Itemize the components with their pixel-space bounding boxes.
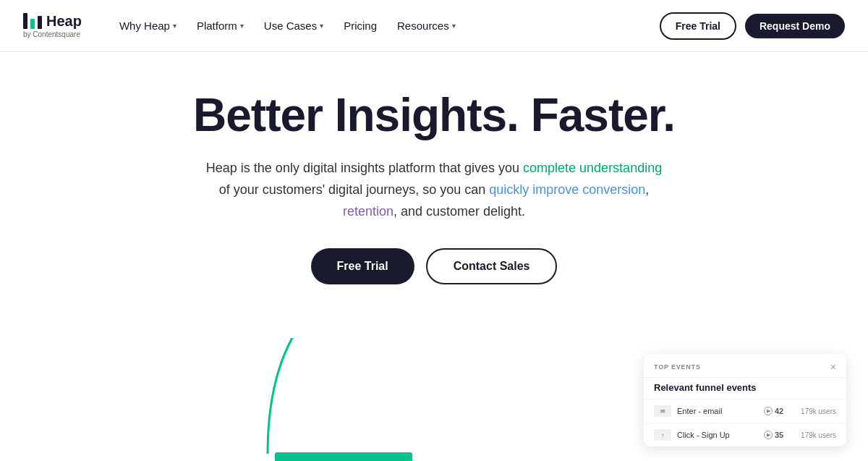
event-count: ▶ 42 — [764, 407, 791, 415]
contact-sales-button[interactable]: Contact Sales — [426, 248, 558, 284]
request-demo-nav-button[interactable]: Request Demo — [745, 14, 845, 38]
nav-item-platform[interactable]: Platform ▾ — [188, 14, 252, 38]
logo[interactable]: Heap by Contentsquare — [23, 13, 82, 38]
chevron-down-icon: ▾ — [173, 22, 176, 30]
nav-links: Why Heap ▾ Platform ▾ Use Cases ▾ Pricin… — [111, 14, 660, 38]
arc-decoration — [253, 338, 470, 461]
navigation: Heap by Contentsquare Why Heap ▾ Platfor… — [0, 0, 868, 52]
table-row: ✉ Enter - email ▶ 42 179k users — [644, 399, 846, 423]
nav-item-why-heap[interactable]: Why Heap ▾ — [111, 14, 185, 38]
click-signup-icon: ↑ — [654, 429, 671, 441]
nav-actions: Free Trial Request Demo — [660, 12, 845, 40]
logo-mark — [23, 13, 42, 29]
chevron-down-icon: ▾ — [240, 22, 244, 30]
card-header-label: TOP EVENTS — [654, 363, 701, 371]
event-count: ▶ 35 — [764, 431, 791, 439]
hero-subtitle: Heap is the only digital insights platfo… — [203, 158, 665, 222]
logo-sub: by Contentsquare — [23, 30, 82, 38]
nav-item-use-cases[interactable]: Use Cases ▾ — [255, 14, 332, 38]
hero-section: Better Insights. Faster. Heap is the onl… — [0, 52, 868, 461]
table-row: ↑ Click - Sign Up ▶ 35 179k users — [644, 423, 846, 447]
play-icon: ▶ — [764, 431, 773, 439]
hero-buttons: Free Trial Contact Sales — [311, 248, 558, 284]
enter-email-icon: ✉ — [654, 405, 671, 417]
event-users: 179k users — [797, 431, 836, 439]
play-icon: ▶ — [764, 407, 773, 415]
card-header: TOP EVENTS × — [644, 354, 846, 378]
hero-title: Better Insights. Faster. — [193, 90, 675, 140]
event-name: Click - Sign Up — [677, 431, 758, 439]
card-title: Relevant funnel events — [644, 378, 846, 399]
logo-name: Heap — [46, 14, 82, 28]
nav-item-resources[interactable]: Resources ▾ — [388, 14, 464, 38]
top-events-card: TOP EVENTS × Relevant funnel events ✉ En… — [644, 354, 846, 447]
event-name: Enter - email — [677, 407, 758, 415]
chevron-down-icon: ▾ — [452, 22, 456, 30]
event-users: 179k users — [797, 407, 836, 415]
green-bar-decoration — [275, 452, 412, 461]
free-trial-hero-button[interactable]: Free Trial — [311, 248, 414, 284]
nav-item-pricing[interactable]: Pricing — [335, 14, 386, 38]
free-trial-nav-button[interactable]: Free Trial — [660, 12, 736, 40]
chevron-down-icon: ▾ — [320, 22, 323, 30]
close-icon[interactable]: × — [830, 361, 836, 373]
